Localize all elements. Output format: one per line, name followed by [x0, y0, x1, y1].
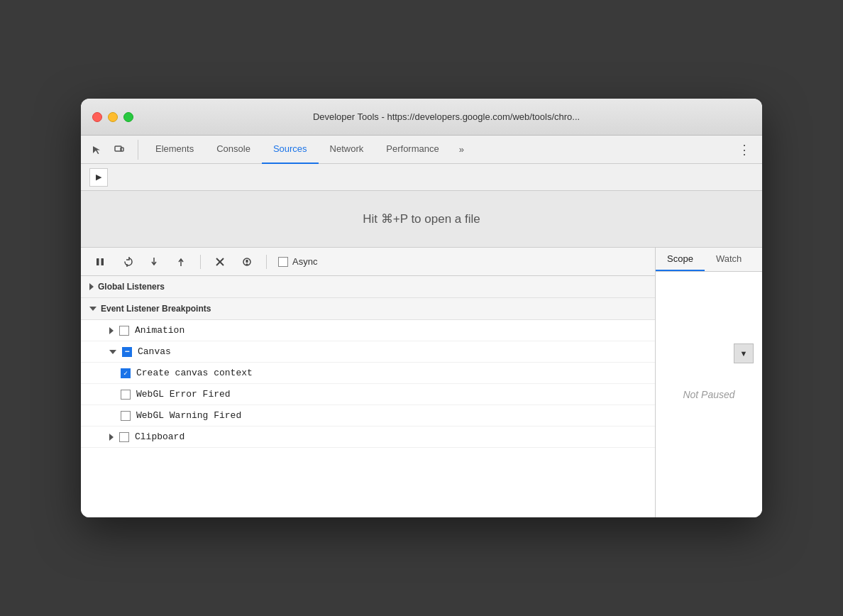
webgl-error-fired-item[interactable]: WebGL Error Fired — [81, 384, 655, 405]
create-canvas-context-item[interactable]: ✓ Create canvas context — [81, 363, 655, 384]
animation-label: Animation — [135, 325, 184, 336]
webgl-warning-fired-item[interactable]: WebGL Warning Fired — [81, 405, 655, 427]
step-out-button[interactable] — [170, 251, 192, 273]
panel-toolbar: ▶ — [81, 164, 762, 191]
expand-event-listeners-icon — [89, 307, 97, 311]
canvas-breakpoint-item[interactable]: − Canvas — [81, 341, 655, 363]
right-panel-content: Not Paused — [656, 272, 762, 517]
scope-tab[interactable]: Scope — [656, 248, 705, 271]
window-title: Developer Tools - https://developers.goo… — [142, 111, 751, 122]
right-panel-tabs: Scope Watch — [656, 248, 762, 272]
more-tabs-button[interactable]: » — [453, 136, 470, 164]
animation-checkbox[interactable] — [119, 326, 129, 336]
select-element-icon[interactable] — [87, 140, 106, 160]
right-panel: Scope Watch Not Paused — [656, 248, 762, 517]
event-listener-breakpoints-label: Event Listener Breakpoints — [101, 304, 211, 314]
svg-rect-10 — [246, 260, 248, 263]
svg-rect-3 — [101, 258, 104, 265]
tab-console[interactable]: Console — [205, 136, 262, 164]
tab-performance[interactable]: Performance — [375, 136, 450, 164]
animation-breakpoint-item[interactable]: Animation — [81, 320, 655, 341]
tab-network[interactable]: Network — [319, 136, 375, 164]
tab-bar: Elements Console Sources Network Perform… — [81, 136, 762, 164]
open-file-hint: Hit ⌘+P to open a file — [363, 211, 480, 226]
traffic-lights — [92, 112, 133, 122]
clipboard-checkbox[interactable] — [119, 432, 129, 442]
global-listeners-header[interactable]: Global Listeners — [81, 276, 655, 298]
left-panel: Async Global Listeners Event Listener Br… — [81, 248, 656, 517]
minimize-button[interactable] — [108, 112, 118, 122]
async-label: Async — [292, 256, 317, 267]
create-canvas-context-label: Create canvas context — [136, 368, 253, 378]
webgl-warning-fired-checkbox[interactable] — [121, 411, 131, 421]
tab-bar-icons — [87, 140, 138, 160]
async-area: Async — [278, 256, 317, 267]
expand-clipboard-icon — [109, 434, 114, 441]
webgl-error-fired-checkbox[interactable] — [121, 390, 131, 400]
toolbar-separator-2 — [266, 255, 267, 269]
svg-rect-11 — [246, 263, 248, 265]
clipboard-breakpoint-item[interactable]: Clipboard — [81, 427, 655, 448]
canvas-checkbox[interactable]: − — [122, 347, 132, 357]
maximize-button[interactable] — [123, 112, 133, 122]
debugger-toolbar: Async — [81, 248, 655, 276]
tab-elements[interactable]: Elements — [144, 136, 205, 164]
dropdown-button[interactable]: ▼ — [734, 343, 754, 363]
title-bar: Developer Tools - https://developers.goo… — [81, 99, 762, 136]
webgl-error-fired-label: WebGL Error Fired — [136, 389, 231, 400]
breakpoints-panel: Global Listeners Event Listener Breakpoi… — [81, 276, 655, 517]
open-file-area: Hit ⌘+P to open a file — [81, 191, 762, 248]
webgl-warning-fired-label: WebGL Warning Fired — [136, 410, 241, 421]
content-area: ▼ — [81, 248, 762, 517]
devtools-menu-button[interactable]: ⋮ — [732, 142, 756, 158]
step-into-button[interactable] — [143, 251, 165, 273]
canvas-label: Canvas — [138, 346, 171, 357]
event-listener-breakpoints-header[interactable]: Event Listener Breakpoints — [81, 298, 655, 320]
create-canvas-context-checkbox[interactable]: ✓ — [121, 368, 131, 378]
watch-tab[interactable]: Watch — [705, 248, 753, 271]
step-over-button[interactable] — [116, 251, 138, 273]
pause-button[interactable] — [89, 251, 111, 273]
clipboard-label: Clipboard — [135, 431, 184, 442]
close-button[interactable] — [92, 112, 102, 122]
devtools-window: Developer Tools - https://developers.goo… — [81, 99, 762, 517]
tab-sources[interactable]: Sources — [262, 136, 319, 164]
expand-canvas-icon — [109, 350, 116, 354]
async-checkbox[interactable] — [278, 257, 288, 267]
expand-global-listeners-icon — [89, 283, 94, 290]
expand-animation-icon — [109, 327, 114, 334]
pause-on-exception-button[interactable] — [236, 251, 258, 273]
global-listeners-label: Global Listeners — [98, 282, 165, 292]
device-toolbar-icon[interactable] — [109, 140, 129, 160]
not-paused-status: Not Paused — [683, 389, 734, 400]
toolbar-separator-1 — [200, 255, 201, 269]
expand-panel-button[interactable]: ▶ — [89, 168, 108, 187]
svg-rect-1 — [121, 148, 123, 151]
svg-rect-2 — [97, 258, 99, 265]
deactivate-breakpoints-button[interactable] — [209, 251, 231, 273]
